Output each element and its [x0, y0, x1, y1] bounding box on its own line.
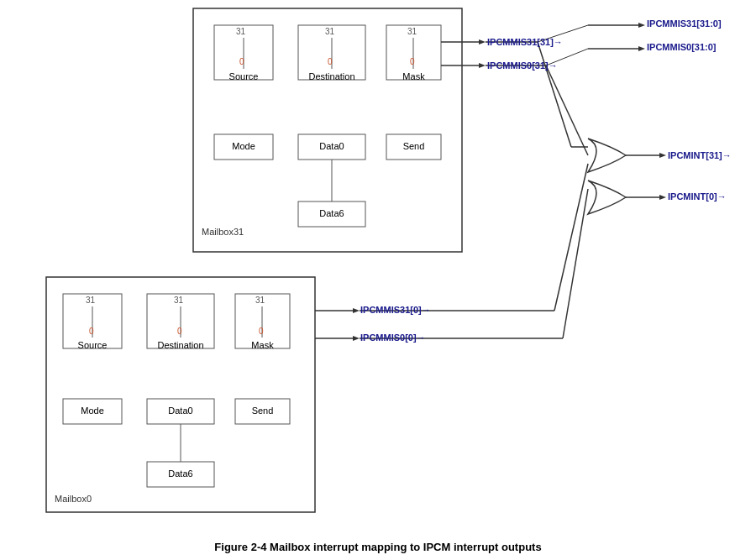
mb0-mask-top: 31	[255, 296, 265, 305]
svg-line-32	[554, 164, 588, 311]
svg-line-30	[546, 65, 588, 155]
mb31-send-label: Send	[386, 141, 441, 151]
svg-line-34	[563, 189, 588, 338]
mb0-send-label: Send	[235, 406, 290, 416]
mb31-mask-top: 31	[407, 27, 417, 36]
mb0-data6-label: Data6	[147, 468, 214, 479]
label-ipcmmis31-full: IPCMMIS31[31:0]	[647, 18, 722, 29]
arrow-ipcmmis0-0: IPCMMIS0[0]→	[360, 332, 426, 343]
arrow-ipcmmis0-31: IPCMMIS0[31]→	[487, 60, 558, 71]
mb31-data0-label: Data0	[298, 141, 365, 151]
svg-marker-38	[659, 195, 666, 200]
figure-caption: Figure 2-4 Mailbox interrupt mapping to …	[0, 541, 756, 553]
label-ipcmint0: IPCMINT[0]→	[668, 191, 727, 201]
diagram: Mailbox31 31 0 Source 31 0 Destination 3…	[0, 0, 756, 560]
mb0-mask-bottom: 0	[259, 327, 264, 336]
svg-marker-23	[353, 308, 360, 313]
mb0-dest-bottom: 0	[177, 327, 182, 336]
diagram-svg	[0, 0, 756, 560]
label-ipcmmis0-full: IPCMMIS0[31:0]	[647, 42, 717, 52]
mb0-mode-label: Mode	[63, 406, 122, 416]
mb0-dest-top: 31	[174, 296, 183, 305]
mb31-dest-label: Destination	[298, 71, 365, 81]
mb0-source-label: Source	[63, 340, 122, 350]
mb31-mode-label: Mode	[214, 141, 273, 151]
mb31-dest-top: 31	[325, 27, 334, 36]
mb0-mask-label: Mask	[235, 340, 290, 350]
mb31-source-top: 31	[236, 27, 245, 36]
svg-marker-19	[479, 39, 486, 44]
svg-line-27	[538, 42, 571, 147]
mb31-data6-label: Data6	[298, 208, 365, 218]
mb0-source-top: 31	[86, 296, 95, 305]
svg-marker-25	[353, 336, 360, 341]
mb31-source-label: Source	[214, 71, 273, 81]
label-ipcmint31: IPCMINT[31]→	[668, 150, 732, 160]
mb31-mask-bottom: 0	[410, 57, 415, 66]
arrow-ipcmmis31-31: IPCMMIS31[31]→	[487, 37, 563, 47]
arrow-ipcmmis31-0: IPCMMIS31[0]→	[360, 305, 431, 315]
svg-marker-42	[638, 23, 645, 28]
mb0-dest-label: Destination	[147, 340, 214, 350]
svg-marker-45	[638, 46, 645, 51]
mb31-dest-bottom: 0	[328, 57, 333, 66]
mb0-source-bottom: 0	[89, 327, 94, 336]
mailbox0-label: Mailbox0	[55, 494, 92, 504]
svg-marker-36	[659, 153, 666, 158]
svg-marker-21	[479, 63, 486, 68]
mb31-source-bottom: 0	[239, 57, 244, 66]
mailbox31-label: Mailbox31	[202, 227, 244, 237]
mb0-data0-label: Data0	[147, 406, 214, 416]
mb31-mask-label: Mask	[386, 71, 441, 81]
